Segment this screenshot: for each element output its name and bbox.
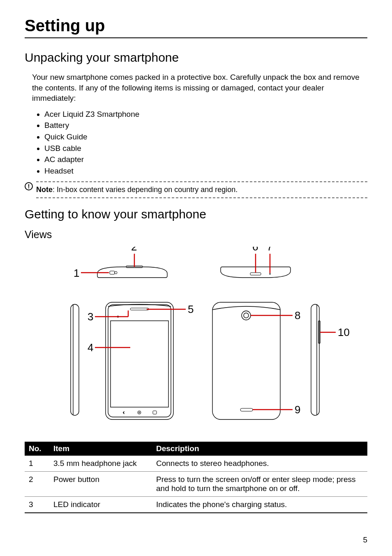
list-item: Quick Guide: [44, 131, 367, 143]
svg-point-0: [115, 271, 117, 274]
views-subheading: Views: [25, 229, 367, 241]
note-text: : In-box content varies depending on cou…: [53, 185, 238, 194]
svg-point-16: [138, 411, 141, 414]
callout-4: 4: [88, 341, 93, 354]
svg-point-17: [139, 412, 140, 413]
table-row: 1 3.5 mm headphone jack Connects to ster…: [25, 456, 367, 472]
svg-rect-11: [108, 305, 171, 417]
svg-point-24: [242, 311, 251, 320]
svg-point-6: [270, 273, 271, 275]
callout-7: 7: [267, 247, 272, 253]
callout-8: 8: [295, 309, 300, 322]
callout-2: 2: [131, 247, 137, 253]
page-title: Setting up: [25, 16, 367, 38]
col-header-no: No.: [25, 442, 49, 456]
box-contents-list: Acer Liquid Z3 Smartphone Battery Quick …: [44, 109, 367, 176]
svg-rect-14: [111, 321, 168, 407]
callout-3: 3: [88, 310, 93, 323]
callout-1: 1: [74, 267, 79, 279]
page-number: 5: [363, 535, 367, 544]
svg-rect-9: [71, 304, 79, 415]
list-item: AC adapter: [44, 154, 367, 165]
unpacking-intro: Your new smartphone comes packed in a pr…: [32, 72, 367, 104]
parts-table: No. Item Description 1 3.5 mm headphone …: [25, 442, 367, 513]
svg-text:‹: ‹: [123, 410, 125, 415]
section-unpacking-heading: Unpacking your smartphone: [25, 51, 367, 65]
list-item: Battery: [44, 120, 367, 131]
svg-rect-18: [153, 411, 157, 414]
callout-6: 6: [252, 247, 258, 253]
list-item: Headset: [44, 165, 367, 177]
col-header-desc: Description: [152, 442, 367, 456]
table-row: 3 LED indicator Indicates the phone's ch…: [25, 497, 367, 513]
note-label: Note: [36, 185, 53, 194]
callout-9: 9: [295, 403, 300, 416]
callout-10: 10: [338, 326, 350, 338]
list-item: Acer Liquid Z3 Smartphone: [44, 109, 367, 120]
callout-5: 5: [188, 303, 194, 315]
svg-rect-10: [106, 302, 173, 419]
svg-rect-1: [110, 271, 115, 274]
svg-point-25: [244, 313, 249, 318]
svg-rect-26: [240, 408, 253, 411]
device-views-diagram: 1 2 6 7 ‹: [25, 247, 367, 429]
svg-rect-5: [250, 273, 261, 275]
table-row: 2 Power button Press to turn the screen …: [25, 472, 367, 497]
svg-rect-29: [311, 304, 319, 415]
note-callout: ! Note: In-box content varies depending …: [25, 181, 367, 198]
svg-rect-12: [130, 308, 149, 310]
col-header-item: Item: [49, 442, 152, 456]
section-getting-to-know-heading: Getting to know your smartphone: [25, 207, 367, 221]
list-item: USB cable: [44, 143, 367, 154]
alert-icon: !: [25, 182, 33, 190]
